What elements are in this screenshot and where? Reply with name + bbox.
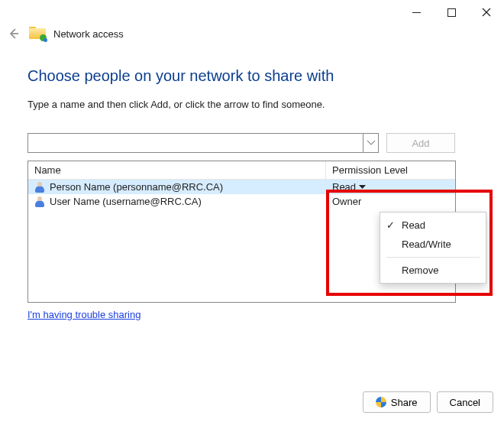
network-folder-icon [29,27,46,41]
menu-separator [386,257,480,258]
permission-cell[interactable]: Read [326,180,455,194]
share-button[interactable]: Share [363,391,431,413]
perm-option-readwrite[interactable]: Read/Write [380,235,486,254]
combo-arrow-icon[interactable] [363,134,378,152]
perm-option-label: Read [402,219,425,231]
shield-icon [376,397,386,407]
chevron-down-icon [359,185,366,190]
table-row[interactable]: Person Name (personname@RRC.CA) Read [28,180,455,194]
permission-value: Owner [332,196,361,207]
check-icon: ✓ [386,219,396,231]
add-user-row: Add [27,133,455,153]
footer-buttons: Share Cancel [363,391,493,413]
header: Network access [0,24,504,44]
share-button-label: Share [391,397,418,408]
column-permission[interactable]: Permission Level [326,161,455,179]
title-bar [0,0,504,24]
svg-rect-1 [447,8,455,16]
permission-menu: ✓ Read Read/Write Remove [380,212,486,284]
page-subtext: Type a name and then click Add, or click… [27,99,477,110]
user-icon [34,182,45,193]
trouble-sharing-link[interactable]: I'm having trouble sharing [27,309,141,320]
name-combo[interactable] [27,133,379,153]
maximize-button[interactable] [434,0,469,24]
column-name[interactable]: Name [28,161,326,179]
cancel-button-label: Cancel [450,397,480,408]
name-input[interactable] [28,134,363,152]
back-arrow-icon[interactable] [6,26,21,41]
perm-option-label: Remove [402,265,438,276]
trouble-row: I'm having trouble sharing [27,309,455,320]
add-button[interactable]: Add [386,133,455,153]
close-button[interactable] [469,0,504,24]
perm-option-label: Read/Write [402,239,451,250]
window-title: Network access [53,28,124,40]
perm-option-read[interactable]: ✓ Read [380,216,486,235]
page-heading: Choose people on your network to share w… [27,67,477,85]
user-icon [34,196,45,207]
list-header: Name Permission Level [28,161,455,180]
permission-cell: Owner [326,194,455,209]
minimize-button[interactable] [399,0,434,24]
row-name: User Name (username@RRC.CA) [50,196,202,207]
permission-value: Read [332,181,356,193]
row-name: Person Name (personname@RRC.CA) [50,181,223,193]
perm-option-remove[interactable]: Remove [380,261,486,280]
table-row[interactable]: User Name (username@RRC.CA) Owner [28,194,455,209]
cancel-button[interactable]: Cancel [437,391,493,413]
